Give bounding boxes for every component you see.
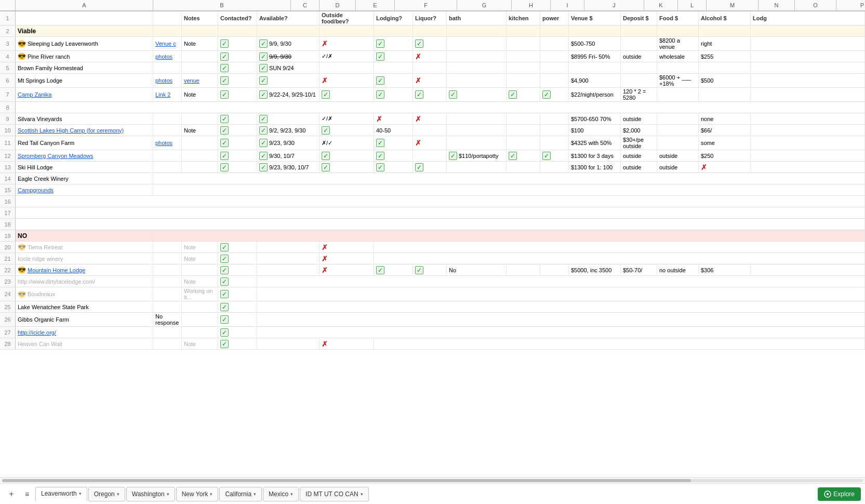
scrollbar-thumb[interactable] xyxy=(2,479,691,482)
cell-12-o: outside xyxy=(657,150,699,161)
venue-link-3[interactable]: Venue c xyxy=(155,41,176,47)
link2-7[interactable]: Link 2 xyxy=(155,91,170,98)
cell-10-i xyxy=(413,125,447,136)
photos-link-6[interactable]: photos xyxy=(155,77,172,84)
cell-24-e: ✓ xyxy=(218,287,257,301)
cell-11-f: ✓9/23, 9/30 xyxy=(257,136,320,150)
cell-11-h: ✓ xyxy=(374,136,413,150)
cell-4-c: photos xyxy=(153,51,182,62)
cell-6-c: photos xyxy=(153,74,182,87)
cell-20-rest xyxy=(374,242,865,253)
scottish-lakes-link[interactable]: Scottish Lakes High Camp (for ceremony) xyxy=(18,127,124,134)
cell-4-m: $8995 Fri- 50% xyxy=(569,51,621,62)
row-num-1: 1 xyxy=(0,11,16,25)
tab-oregon[interactable]: Oregon ▾ xyxy=(88,487,125,501)
cell-2-o xyxy=(657,25,699,36)
cell-9-m: $5700-650 70% xyxy=(569,113,621,124)
col-header-f: F xyxy=(395,0,457,10)
tab-leavenworth[interactable]: Leavenworth ▾ xyxy=(35,487,87,501)
tab-newyork[interactable]: New York ▾ xyxy=(176,487,219,501)
tab-mexico[interactable]: Mexico ▾ xyxy=(263,487,299,501)
horizontal-scrollbar[interactable] xyxy=(0,477,865,483)
photos-link-11[interactable]: photos xyxy=(155,140,172,146)
cell-5-p xyxy=(699,62,751,73)
cell-6-n xyxy=(621,74,657,87)
campgrounds-link[interactable]: Campgrounds xyxy=(18,187,54,193)
cell-9-g: ✓/✗ xyxy=(320,113,374,124)
cell-3-d: Note xyxy=(182,37,218,50)
explore-button[interactable]: Explore xyxy=(818,487,861,501)
row-num-24: 24 xyxy=(0,287,16,301)
row-num-23: 23 xyxy=(0,276,16,287)
cell-5-n xyxy=(621,62,657,73)
tab-california-label: California xyxy=(225,490,251,498)
cell-12-d xyxy=(182,150,218,161)
col-header-b: B xyxy=(153,0,291,10)
cell-7-h: ✓ xyxy=(374,88,413,101)
row-num-9: 9 xyxy=(0,113,16,124)
cell-22-q xyxy=(751,264,865,275)
cell-11-p: some xyxy=(699,136,751,150)
scrollbar-track[interactable] xyxy=(2,479,863,482)
cell-6-g: ✗ xyxy=(320,74,374,87)
cell-25-e: ✓ xyxy=(218,301,257,312)
cell-15-b: Campgrounds xyxy=(16,184,153,195)
cell-26-rest xyxy=(257,313,865,326)
row-num-21: 21 xyxy=(0,253,16,264)
cell-10-l xyxy=(540,125,569,136)
cell-10-p: $66/ xyxy=(699,125,751,136)
row-num-6: 6 xyxy=(0,74,16,87)
cell-12-f: ✓9/30, 10/7 xyxy=(257,150,320,161)
cell-25-b: Lake Wenatchee State Park xyxy=(16,301,153,312)
cell-5-o xyxy=(657,62,699,73)
sheet-menu-button[interactable]: ≡ xyxy=(20,487,34,501)
cell-7-e: ✓ xyxy=(218,88,257,101)
cell-12-j: ✓$110/portapotty xyxy=(447,150,507,161)
cell-23-e: ✓ xyxy=(218,276,257,287)
tabs-bar: + ≡ Leavenworth ▾ Oregon ▾ Washington ▾ … xyxy=(0,483,865,504)
cell-12-g: ✓ xyxy=(320,150,374,161)
tab-idmtutcocan[interactable]: ID MT UT CO CAN ▾ xyxy=(300,487,369,501)
table-row: 19 NO xyxy=(0,230,865,242)
cell-9-l xyxy=(540,113,569,124)
cell-10-m: $100 xyxy=(569,125,621,136)
cell-7-j: ✓ xyxy=(447,88,507,101)
cell-4-q xyxy=(751,51,865,62)
row-num-8: 8 xyxy=(0,102,16,113)
cell-6-o: $6000 + ___ +18% xyxy=(657,74,699,87)
cell-5-m xyxy=(569,62,621,73)
camp-zanika-link[interactable]: Camp Zanika xyxy=(18,91,51,98)
venue-link-6[interactable]: venue xyxy=(184,77,199,84)
spromberg-link[interactable]: Spromberg Canyon Meadows xyxy=(18,153,94,159)
cell-22-f xyxy=(257,264,320,275)
cell-1-h: Lodging? xyxy=(374,11,413,25)
tab-mexico-label: Mexico xyxy=(269,490,288,498)
cell-4-l xyxy=(540,51,569,62)
cell-26-d xyxy=(182,313,218,326)
cell-22-n: $50-70/ xyxy=(621,264,657,275)
row-num-27: 27 xyxy=(0,327,16,338)
cell-24-c xyxy=(153,287,182,301)
icicle-link[interactable]: http://icicle.org/ xyxy=(18,329,56,336)
cell-21-rest xyxy=(374,253,865,264)
cell-2-n xyxy=(621,25,657,36)
cell-3-p: right xyxy=(699,37,751,50)
cell-21-g: ✗ xyxy=(320,253,374,264)
cell-11-n: $30+/pe outside xyxy=(621,136,657,150)
table-row: 11 Red Tail Canyon Farm photos ✓ ✓9/23, … xyxy=(0,136,865,150)
col-header-g: G xyxy=(457,0,512,10)
cell-20-g: ✗ xyxy=(320,242,374,253)
tab-newyork-label: New York xyxy=(182,490,208,498)
tab-california[interactable]: California ▾ xyxy=(219,487,262,501)
cell-23-d: Note xyxy=(182,276,218,287)
photos-link-4[interactable]: photos xyxy=(155,54,172,60)
cell-25-c xyxy=(153,301,182,312)
row-num-22: 22 xyxy=(0,264,16,275)
cell-7-k: ✓ xyxy=(507,88,540,101)
tab-washington-label: Washington xyxy=(132,490,165,498)
tab-washington[interactable]: Washington ▾ xyxy=(126,487,175,501)
mountain-home-lodge-link[interactable]: Mountain Home Lodge xyxy=(28,267,85,273)
add-sheet-button[interactable]: + xyxy=(4,487,19,501)
cell-11-o xyxy=(657,136,699,150)
cell-6-h: ✓ xyxy=(374,74,413,87)
